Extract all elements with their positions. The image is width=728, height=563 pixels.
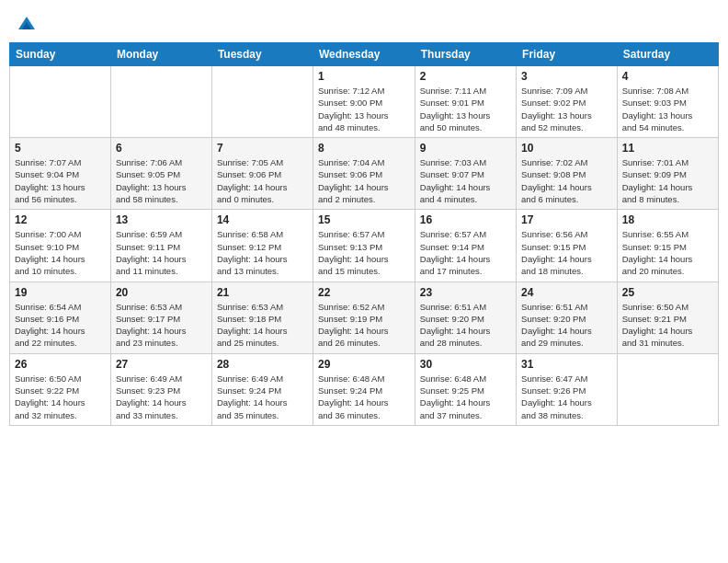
day-number: 9 xyxy=(420,142,511,155)
day-info: Sunrise: 6:51 AM Sunset: 9:20 PM Dayligh… xyxy=(521,301,612,350)
day-info: Sunrise: 7:03 AM Sunset: 9:07 PM Dayligh… xyxy=(420,156,511,205)
calendar-cell: 6Sunrise: 7:06 AM Sunset: 9:05 PM Daylig… xyxy=(110,138,211,210)
day-number: 13 xyxy=(116,213,207,226)
day-number: 15 xyxy=(318,213,410,226)
calendar-cell: 14Sunrise: 6:58 AM Sunset: 9:12 PM Dayli… xyxy=(211,210,313,282)
day-info: Sunrise: 6:50 AM Sunset: 9:21 PM Dayligh… xyxy=(622,301,713,350)
day-number: 7 xyxy=(217,142,308,155)
day-info: Sunrise: 6:55 AM Sunset: 9:15 PM Dayligh… xyxy=(622,228,713,277)
day-number: 22 xyxy=(318,286,410,299)
day-info: Sunrise: 6:52 AM Sunset: 9:19 PM Dayligh… xyxy=(318,301,410,350)
day-number: 29 xyxy=(318,358,410,371)
calendar-cell: 26Sunrise: 6:50 AM Sunset: 9:22 PM Dayli… xyxy=(10,353,111,425)
day-of-week-header: Tuesday xyxy=(211,43,313,66)
calendar-cell: 1Sunrise: 7:12 AM Sunset: 9:00 PM Daylig… xyxy=(313,66,415,138)
day-info: Sunrise: 7:07 AM Sunset: 9:04 PM Dayligh… xyxy=(15,156,106,205)
day-info: Sunrise: 7:05 AM Sunset: 9:06 PM Dayligh… xyxy=(217,156,308,205)
calendar-cell: 30Sunrise: 6:48 AM Sunset: 9:25 PM Dayli… xyxy=(415,353,516,425)
day-info: Sunrise: 7:04 AM Sunset: 9:06 PM Dayligh… xyxy=(318,156,410,205)
calendar-cell: 7Sunrise: 7:05 AM Sunset: 9:06 PM Daylig… xyxy=(211,138,313,210)
day-info: Sunrise: 7:01 AM Sunset: 9:09 PM Dayligh… xyxy=(622,156,713,205)
day-number: 4 xyxy=(622,70,713,83)
day-number: 30 xyxy=(420,358,511,371)
calendar-cell: 31Sunrise: 6:47 AM Sunset: 9:26 PM Dayli… xyxy=(517,353,618,425)
calendar-cell xyxy=(617,353,718,425)
day-info: Sunrise: 6:51 AM Sunset: 9:20 PM Dayligh… xyxy=(420,301,511,350)
calendar-cell: 4Sunrise: 7:08 AM Sunset: 9:03 PM Daylig… xyxy=(617,66,718,138)
calendar-cell: 12Sunrise: 7:00 AM Sunset: 9:10 PM Dayli… xyxy=(10,210,111,282)
day-number: 16 xyxy=(420,213,511,226)
calendar-cell: 2Sunrise: 7:11 AM Sunset: 9:01 PM Daylig… xyxy=(415,66,516,138)
calendar-cell: 9Sunrise: 7:03 AM Sunset: 9:07 PM Daylig… xyxy=(415,138,516,210)
calendar-cell xyxy=(211,66,313,138)
day-info: Sunrise: 6:48 AM Sunset: 9:24 PM Dayligh… xyxy=(318,373,410,421)
day-info: Sunrise: 6:58 AM Sunset: 9:12 PM Dayligh… xyxy=(217,228,308,277)
header xyxy=(9,9,719,37)
day-number: 17 xyxy=(521,213,612,226)
calendar-cell: 29Sunrise: 6:48 AM Sunset: 9:24 PM Dayli… xyxy=(313,353,415,425)
day-info: Sunrise: 6:48 AM Sunset: 9:25 PM Dayligh… xyxy=(420,373,511,421)
calendar-cell: 22Sunrise: 6:52 AM Sunset: 9:19 PM Dayli… xyxy=(313,282,415,353)
day-info: Sunrise: 7:02 AM Sunset: 9:08 PM Dayligh… xyxy=(521,156,612,205)
day-info: Sunrise: 7:09 AM Sunset: 9:02 PM Dayligh… xyxy=(521,85,612,133)
calendar-cell: 21Sunrise: 6:53 AM Sunset: 9:18 PM Dayli… xyxy=(211,282,313,353)
day-of-week-header: Friday xyxy=(517,43,618,66)
day-number: 24 xyxy=(521,286,612,299)
day-info: Sunrise: 6:50 AM Sunset: 9:22 PM Dayligh… xyxy=(15,373,106,421)
day-number: 12 xyxy=(15,213,106,226)
calendar-cell: 17Sunrise: 6:56 AM Sunset: 9:15 PM Dayli… xyxy=(517,210,618,282)
day-of-week-header: Monday xyxy=(110,43,211,66)
calendar-cell: 8Sunrise: 7:04 AM Sunset: 9:06 PM Daylig… xyxy=(313,138,415,210)
day-number: 6 xyxy=(116,142,207,155)
calendar-cell: 25Sunrise: 6:50 AM Sunset: 9:21 PM Dayli… xyxy=(617,282,718,353)
day-info: Sunrise: 6:49 AM Sunset: 9:24 PM Dayligh… xyxy=(217,373,308,421)
calendar: SundayMondayTuesdayWednesdayThursdayFrid… xyxy=(9,42,719,426)
calendar-cell: 10Sunrise: 7:02 AM Sunset: 9:08 PM Dayli… xyxy=(517,138,618,210)
day-info: Sunrise: 6:49 AM Sunset: 9:23 PM Dayligh… xyxy=(116,373,207,421)
day-number: 18 xyxy=(622,213,713,226)
day-info: Sunrise: 6:53 AM Sunset: 9:18 PM Dayligh… xyxy=(217,301,308,350)
day-number: 25 xyxy=(622,286,713,299)
calendar-cell: 13Sunrise: 6:59 AM Sunset: 9:11 PM Dayli… xyxy=(110,210,211,282)
calendar-cell: 24Sunrise: 6:51 AM Sunset: 9:20 PM Dayli… xyxy=(517,282,618,353)
day-number: 10 xyxy=(521,142,612,155)
logo xyxy=(15,13,37,33)
calendar-cell: 15Sunrise: 6:57 AM Sunset: 9:13 PM Dayli… xyxy=(313,210,415,282)
day-number: 1 xyxy=(318,70,410,83)
day-number: 20 xyxy=(116,286,207,299)
day-info: Sunrise: 6:57 AM Sunset: 9:13 PM Dayligh… xyxy=(318,228,410,277)
day-info: Sunrise: 6:54 AM Sunset: 9:16 PM Dayligh… xyxy=(15,301,106,350)
day-info: Sunrise: 7:00 AM Sunset: 9:10 PM Dayligh… xyxy=(15,228,106,277)
day-number: 2 xyxy=(420,70,511,83)
calendar-cell: 23Sunrise: 6:51 AM Sunset: 9:20 PM Dayli… xyxy=(415,282,516,353)
day-number: 27 xyxy=(116,358,207,371)
day-info: Sunrise: 7:06 AM Sunset: 9:05 PM Dayligh… xyxy=(116,156,207,205)
day-number: 19 xyxy=(15,286,106,299)
day-info: Sunrise: 6:57 AM Sunset: 9:14 PM Dayligh… xyxy=(420,228,511,277)
day-number: 28 xyxy=(217,358,308,371)
day-number: 14 xyxy=(217,213,308,226)
calendar-cell xyxy=(110,66,211,138)
day-info: Sunrise: 6:56 AM Sunset: 9:15 PM Dayligh… xyxy=(521,228,612,277)
day-info: Sunrise: 6:47 AM Sunset: 9:26 PM Dayligh… xyxy=(521,373,612,421)
calendar-cell: 19Sunrise: 6:54 AM Sunset: 9:16 PM Dayli… xyxy=(10,282,111,353)
day-number: 3 xyxy=(521,70,612,83)
day-number: 11 xyxy=(622,142,713,155)
day-of-week-header: Wednesday xyxy=(313,43,415,66)
day-info: Sunrise: 6:53 AM Sunset: 9:17 PM Dayligh… xyxy=(116,301,207,350)
day-number: 8 xyxy=(318,142,410,155)
calendar-cell: 3Sunrise: 7:09 AM Sunset: 9:02 PM Daylig… xyxy=(517,66,618,138)
calendar-cell xyxy=(10,66,111,138)
day-number: 5 xyxy=(15,142,106,155)
logo-icon xyxy=(17,13,37,33)
day-of-week-header: Saturday xyxy=(617,43,718,66)
calendar-cell: 20Sunrise: 6:53 AM Sunset: 9:17 PM Dayli… xyxy=(110,282,211,353)
calendar-cell: 27Sunrise: 6:49 AM Sunset: 9:23 PM Dayli… xyxy=(110,353,211,425)
calendar-cell: 5Sunrise: 7:07 AM Sunset: 9:04 PM Daylig… xyxy=(10,138,111,210)
calendar-cell: 28Sunrise: 6:49 AM Sunset: 9:24 PM Dayli… xyxy=(211,353,313,425)
calendar-cell: 18Sunrise: 6:55 AM Sunset: 9:15 PM Dayli… xyxy=(617,210,718,282)
day-number: 23 xyxy=(420,286,511,299)
day-of-week-header: Sunday xyxy=(10,43,111,66)
calendar-cell: 11Sunrise: 7:01 AM Sunset: 9:09 PM Dayli… xyxy=(617,138,718,210)
day-info: Sunrise: 7:12 AM Sunset: 9:00 PM Dayligh… xyxy=(318,85,410,133)
